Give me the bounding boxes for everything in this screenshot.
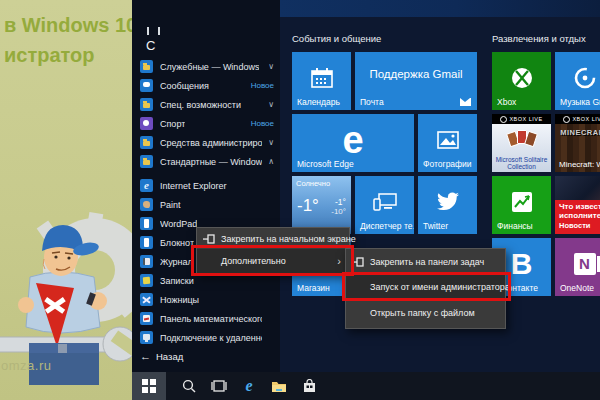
chevron-up-icon[interactable]: ∧ [268, 157, 274, 166]
notepad-icon [140, 236, 153, 249]
chevron-down-icon[interactable]: ∨ [268, 138, 274, 147]
menu-item-label: Дополнительно [221, 256, 286, 266]
app-group-row-accessories[interactable]: Стандартные — Windows ∧ [140, 152, 276, 171]
tile-minecraft[interactable]: XBOX LIVE MINECRAFT Minecraft: W [555, 114, 600, 172]
xbox-live-text: XBOX LIVE [509, 116, 542, 122]
app-group-row-admin-tools[interactable]: Средства администрирован… ∨ [140, 133, 276, 152]
tile-groove-music[interactable]: Музыка Groove [555, 52, 600, 110]
app-row-remote-desktop[interactable]: Подключение к удаленному р… [140, 328, 276, 347]
start-button[interactable] [132, 372, 166, 400]
menu-item-pin-to-taskbar[interactable]: Закрепить на панели задач [346, 249, 505, 275]
tile-onenote[interactable]: N OneNote [555, 238, 600, 296]
menu-item-label: Открыть папку с файлом [370, 308, 475, 318]
twitter-bird-icon [436, 192, 460, 212]
watermark-text: omza.ru [1, 358, 51, 373]
menu-item-run-as-admin[interactable]: Запуск от имени администратора [346, 275, 505, 298]
folder-icon [140, 136, 153, 149]
vk-logo: В [511, 249, 533, 279]
journal-icon [140, 255, 153, 268]
tile-news[interactable]: Что извест исполните Новости [555, 176, 600, 234]
app-label: Сообщения [160, 81, 209, 91]
tile-label: Музыка Groove [560, 97, 600, 107]
tile-microsoft-edge[interactable]: e Microsoft Edge [292, 114, 414, 172]
tile-group-header-entertainment[interactable]: Развлечения и отдых [492, 33, 586, 44]
menu-item-open-file-location[interactable]: Открыть папку с файлом [346, 298, 505, 328]
tile-twitter[interactable]: Twitter [418, 176, 477, 234]
back-label: Назад [156, 351, 183, 362]
tile-group-header-communication[interactable]: События и общение [292, 33, 381, 44]
tile-photos[interactable]: Фотографии [418, 114, 477, 172]
article-title: в Windows 10 · истратор [4, 10, 149, 70]
back-button[interactable]: ← Назад [140, 350, 183, 362]
tile-label: Minecraft: W [559, 160, 600, 169]
news-headline-panel: Что извест исполните Новости [555, 200, 600, 234]
app-label: Панель математического ввода [160, 314, 262, 324]
app-group-row-accessibility[interactable]: Спец. возможности ∨ [140, 95, 276, 114]
tile-label: Microsoft Edge [297, 159, 354, 169]
tile-finance[interactable]: Финансы [492, 176, 551, 234]
app-label: Internet Explorer [160, 181, 227, 191]
remote-desktop-icon [140, 331, 153, 344]
app-group-label: Средства администрирован… [160, 138, 262, 148]
tile-mail[interactable]: Поддержка Gmail Почта [355, 52, 477, 110]
new-badge: Новое [251, 119, 274, 128]
app-row-snipping-tool[interactable]: Ножницы [140, 290, 276, 309]
tiles-top-band [280, 0, 600, 17]
sport-icon [140, 117, 153, 130]
app-label: Paint [160, 200, 181, 210]
app-row-math-input[interactable]: Панель математического ввода [140, 309, 276, 328]
app-label: Спорт [160, 119, 185, 129]
tile-weather[interactable]: Солнечно -1° -1° -10° [292, 176, 351, 234]
weather-high: -1° [335, 197, 346, 207]
app-label: Ножницы [160, 295, 199, 305]
taskbar-store-button[interactable] [294, 372, 324, 400]
section-letter-header[interactable]: С [146, 38, 155, 53]
new-badge: Новое [251, 81, 274, 90]
xbox-live-banner: XBOX LIVE [492, 114, 551, 124]
app-row-internet-explorer[interactable]: Internet Explorer [140, 176, 276, 195]
sticky-notes-icon [140, 274, 153, 287]
submenu-expander-icon: › [337, 255, 341, 267]
windows-logo-icon [142, 379, 156, 393]
back-arrow-icon: ← [140, 350, 151, 362]
tile-xbox[interactable]: Xbox [492, 52, 551, 110]
app-row-sport[interactable]: Спорт Новое [140, 114, 276, 133]
taskbar-edge-button[interactable]: e [234, 372, 264, 400]
news-headline-line2: исполните [559, 211, 600, 220]
taskbar-file-explorer-button[interactable] [264, 372, 294, 400]
scissors-icon [140, 293, 153, 306]
app-row-messages[interactable]: Сообщения Новое [140, 76, 276, 95]
taskbar: e [132, 372, 600, 400]
tile-calendar[interactable]: Календарь [292, 52, 351, 110]
desktop-background: в Windows 10 · истратор [0, 0, 132, 400]
wordpad-icon [140, 217, 153, 230]
app-group-row-system-windows[interactable]: Служебные — Windows ∨ [140, 57, 276, 76]
file-explorer-icon [271, 380, 287, 393]
task-view-button[interactable] [204, 372, 234, 400]
tile-label: Магазин [297, 283, 330, 293]
menu-item-more[interactable]: Дополнительно › [197, 249, 349, 273]
xbox-live-text: XBOX LIVE [572, 116, 600, 122]
tile-label: Фотографии [423, 159, 472, 169]
chevron-down-icon[interactable]: ∨ [268, 100, 274, 109]
app-group-label: Спец. возможности [160, 100, 241, 110]
menu-item-label: Закрепить на начальном экране [221, 234, 356, 244]
article-title-line2: истратор [4, 40, 149, 70]
chevron-down-icon[interactable]: ∨ [268, 62, 274, 71]
app-row-paint[interactable]: Paint [140, 195, 276, 214]
app-label: Журнал [160, 257, 193, 267]
devices-icon [373, 193, 397, 211]
news-photo [555, 176, 600, 200]
tile-phone-companion[interactable]: Диспетчер те… [355, 176, 414, 234]
xbox-live-icon [563, 116, 570, 123]
taskbar-search-button[interactable] [174, 372, 204, 400]
app-group-label: Стандартные — Windows [160, 157, 262, 167]
app-label: Блокнот [160, 238, 194, 248]
menu-item-label: Закрепить на панели задач [370, 257, 484, 267]
tile-solitaire[interactable]: XBOX LIVE Microsoft Solitaire Collection [492, 114, 551, 172]
menu-item-pin-to-start[interactable]: Закрепить на начальном экране [197, 228, 349, 249]
math-input-icon [140, 312, 153, 325]
folder-icon [140, 155, 153, 168]
tile-label: Xbox [497, 97, 516, 107]
mail-live-headline: Поддержка Gmail [355, 68, 477, 80]
